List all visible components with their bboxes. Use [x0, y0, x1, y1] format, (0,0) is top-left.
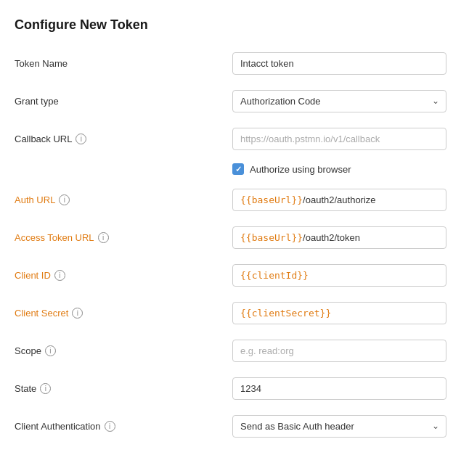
page-title: Configure New Token: [15, 17, 446, 33]
client-secret-input[interactable]: {{clientSecret}}: [232, 302, 446, 324]
client-secret-label: Client Secret i: [15, 308, 232, 319]
access-token-url-suffix: /oauth2/token: [303, 232, 360, 243]
callback-url-row: Callback URL i: [15, 126, 446, 152]
authorize-browser-checkbox[interactable]: ✓: [232, 163, 244, 175]
grant-type-select[interactable]: Authorization Code Implicit Password Cre…: [232, 90, 446, 112]
state-control: [232, 377, 446, 400]
access-token-url-label: Access Token URL i: [15, 232, 232, 243]
client-secret-control: {{clientSecret}}: [232, 302, 446, 324]
scope-row: Scope i: [15, 337, 446, 364]
scope-info-icon[interactable]: i: [45, 345, 56, 356]
auth-url-control: {{baseUrl}}/oauth2/authorize: [232, 189, 446, 211]
client-id-info-icon[interactable]: i: [54, 270, 65, 281]
auth-url-info-icon[interactable]: i: [59, 194, 70, 205]
client-secret-row: Client Secret i {{clientSecret}}: [15, 300, 446, 326]
client-auth-label: Client Authentication i: [15, 421, 232, 432]
client-id-control: {{clientId}}: [232, 264, 446, 287]
client-id-input[interactable]: {{clientId}}: [232, 264, 446, 287]
state-input[interactable]: [232, 377, 446, 400]
client-id-var: {{clientId}}: [240, 270, 309, 281]
access-token-url-input[interactable]: {{baseUrl}}/oauth2/token: [232, 226, 446, 249]
client-id-label: Client ID i: [15, 270, 232, 281]
scope-label: Scope i: [15, 345, 232, 356]
auth-url-input[interactable]: {{baseUrl}}/oauth2/authorize: [232, 189, 446, 211]
scope-input[interactable]: [232, 340, 446, 362]
callback-url-control: [232, 128, 446, 150]
client-auth-select-wrap: Send as Basic Auth header Send as Body S…: [232, 415, 446, 438]
state-info-icon[interactable]: i: [40, 383, 51, 394]
authorize-browser-label: Authorize using browser: [250, 164, 351, 175]
callback-url-label: Callback URL i: [15, 134, 232, 144]
client-auth-info-icon[interactable]: i: [105, 421, 115, 432]
token-name-input[interactable]: [232, 52, 446, 75]
grant-type-row: Grant type Authorization Code Implicit P…: [15, 88, 446, 114]
check-icon: ✓: [235, 165, 242, 174]
client-auth-control: Send as Basic Auth header Send as Body S…: [232, 415, 446, 438]
scope-control: [232, 340, 446, 362]
authorize-browser-row: ✓ Authorize using browser: [15, 163, 446, 175]
client-auth-row: Client Authentication i Send as Basic Au…: [15, 413, 446, 439]
grant-type-control: Authorization Code Implicit Password Cre…: [232, 90, 446, 112]
client-secret-info-icon[interactable]: i: [72, 308, 83, 319]
client-secret-var: {{clientSecret}}: [240, 308, 331, 319]
auth-url-suffix: /oauth2/authorize: [303, 194, 375, 205]
access-token-url-base-var: {{baseUrl}}: [240, 232, 303, 243]
client-auth-select[interactable]: Send as Basic Auth header Send as Body S…: [232, 415, 446, 438]
callback-url-input[interactable]: [232, 128, 446, 150]
client-id-row: Client ID i {{clientId}}: [15, 262, 446, 288]
grant-type-select-wrap: Authorization Code Implicit Password Cre…: [232, 90, 446, 112]
access-token-url-control: {{baseUrl}}/oauth2/token: [232, 226, 446, 249]
callback-url-info-icon[interactable]: i: [76, 134, 86, 144]
auth-url-label: Auth URL i: [15, 194, 232, 205]
token-name-control: [232, 52, 446, 75]
grant-type-label: Grant type: [15, 96, 232, 107]
auth-url-base-var: {{baseUrl}}: [240, 194, 303, 205]
token-name-label: Token Name: [15, 58, 232, 69]
state-label: State i: [15, 383, 232, 394]
access-token-url-info-icon[interactable]: i: [98, 232, 109, 243]
access-token-url-row: Access Token URL i {{baseUrl}}/oauth2/to…: [15, 224, 446, 250]
auth-url-row: Auth URL i {{baseUrl}}/oauth2/authorize: [15, 186, 446, 213]
token-name-row: Token Name: [15, 50, 446, 76]
state-row: State i: [15, 375, 446, 401]
